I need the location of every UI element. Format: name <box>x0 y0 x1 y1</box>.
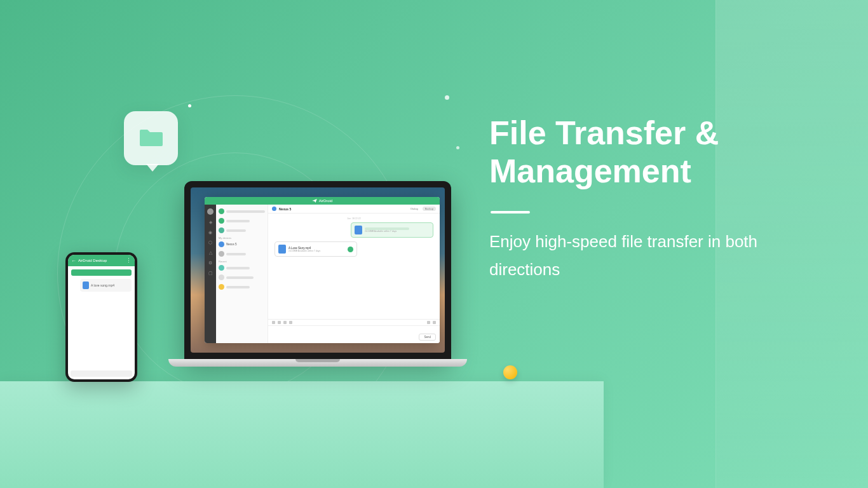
laptop-frame: AirDroid ◈ ◉ ⬡ △ ⚙ ▢ <box>184 181 451 359</box>
decor-dot <box>188 104 191 107</box>
contact-avatar <box>219 251 224 257</box>
phone-message-bar <box>71 269 132 276</box>
chat-panel: Nexus 5 Dialog Backup Jun. 18 22:22 <box>268 205 440 343</box>
device-icon <box>219 241 224 247</box>
laptop-screen: AirDroid ◈ ◉ ⬡ △ ⚙ ▢ <box>191 187 445 353</box>
contact-placeholder <box>226 229 246 232</box>
chat-messages: Jun. 18 22:22 24.16MB Available within 7… <box>268 214 440 319</box>
decor-dot <box>456 146 459 149</box>
contact-item: Nexus 5 <box>219 240 265 248</box>
app-brand: AirDroid <box>319 199 333 203</box>
phone-mockup: ← AirDroid Desktop ⋮ A love song.mp4 <box>65 252 137 382</box>
platform-surface <box>0 381 604 488</box>
menu-icon: ⋮ <box>126 257 132 264</box>
emoji-icon <box>427 321 430 324</box>
phone-title: AirDroid Desktop <box>78 259 124 262</box>
folder-icon <box>283 321 287 324</box>
contact-avatar <box>219 218 224 224</box>
tab-dialog: Dialog <box>408 207 420 211</box>
contact-placeholder <box>226 210 265 213</box>
phone-input-bar <box>71 370 132 377</box>
contact-item <box>219 217 265 225</box>
chat-input-area: Send <box>268 325 440 343</box>
file-icon <box>278 245 286 254</box>
chat-timestamp: Jun. 18 22:22 <box>275 217 433 220</box>
file-meta: 24.16MB Available within 7 days <box>365 230 430 233</box>
contact-avatar <box>219 274 224 280</box>
file-icon <box>355 226 362 234</box>
file-icon <box>83 281 89 289</box>
folder-badge <box>124 111 178 165</box>
message-icon: ◈ <box>208 220 213 225</box>
folder-icon <box>139 127 163 150</box>
decor-yellow-ball <box>503 365 517 379</box>
contact-item <box>219 264 265 272</box>
contacts-icon: ◉ <box>208 230 213 235</box>
download-icon <box>348 247 353 252</box>
send-button: Send <box>419 334 436 341</box>
file-meta: 24.16MB Available within 7 days <box>288 250 345 252</box>
apps-icon: ▢ <box>208 271 213 276</box>
hero-underline <box>491 211 530 214</box>
contact-placeholder <box>226 286 250 288</box>
app-icon <box>289 321 292 324</box>
contact-item <box>219 207 265 215</box>
back-arrow-icon: ← <box>71 258 76 264</box>
decor-dot <box>445 95 449 100</box>
chat-device-name: Nexus 5 <box>279 207 291 211</box>
contact-name: Nexus 5 <box>226 243 237 246</box>
app-sidebar: ◈ ◉ ⬡ △ ⚙ ▢ <box>205 205 216 343</box>
contact-item <box>219 273 265 281</box>
contact-avatar <box>219 265 224 271</box>
contact-avatar <box>219 227 224 233</box>
section-label: Recent <box>219 260 265 263</box>
laptop-mockup: AirDroid ◈ ◉ ⬡ △ ⚙ ▢ <box>168 181 467 388</box>
contact-item <box>219 250 265 258</box>
contact-avatar <box>219 208 224 214</box>
more-icon <box>433 321 436 324</box>
device-icon <box>272 207 276 211</box>
contact-placeholder <box>226 220 250 222</box>
tab-backup: Backup <box>423 207 436 211</box>
contacts-panel: My devices Nexus 5 Recent <box>216 205 268 343</box>
phone-body: A love song.mp4 <box>68 266 135 297</box>
chat-header: Nexus 5 Dialog Backup <box>268 205 440 214</box>
paper-plane-icon <box>312 199 317 203</box>
chat-tabs: Dialog Backup <box>408 207 436 211</box>
hero-title: File Transfer & Management <box>489 114 868 191</box>
message-info: 24.16MB Available within 7 days <box>365 227 430 233</box>
contact-placeholder <box>226 276 254 279</box>
contact-avatar <box>219 284 224 290</box>
section-label: My devices <box>219 236 265 240</box>
contact-placeholder <box>226 253 246 255</box>
user-avatar <box>207 208 214 215</box>
notification-icon: △ <box>208 250 213 255</box>
sent-message: 24.16MB Available within 7 days <box>351 222 433 238</box>
phone-screen: ← AirDroid Desktop ⋮ A love song.mp4 <box>68 255 135 379</box>
chat-toolbar <box>268 319 440 325</box>
phone-file-message: A love song.mp4 <box>80 279 132 292</box>
tools-icon: ⚙ <box>208 261 213 266</box>
contact-item <box>219 283 265 291</box>
attach-icon <box>272 321 275 324</box>
hero-subtitle: Enjoy high-speed file transfer in both d… <box>489 227 826 283</box>
phone-header: ← AirDroid Desktop ⋮ <box>68 255 135 266</box>
phone-file-name: A love song.mp4 <box>91 283 114 287</box>
contact-placeholder <box>226 267 250 269</box>
app-body: ◈ ◉ ⬡ △ ⚙ ▢ <box>205 205 440 343</box>
message-info: A Love Story.mp4 24.16MB Available withi… <box>288 247 345 252</box>
app-window: AirDroid ◈ ◉ ⬡ △ ⚙ ▢ <box>205 197 440 343</box>
received-message: A Love Story.mp4 24.16MB Available withi… <box>275 241 357 257</box>
image-icon <box>278 321 281 324</box>
laptop-base <box>168 359 467 367</box>
transfer-icon: ⬡ <box>208 240 213 245</box>
app-titlebar: AirDroid <box>205 197 440 205</box>
contact-item <box>219 226 265 234</box>
